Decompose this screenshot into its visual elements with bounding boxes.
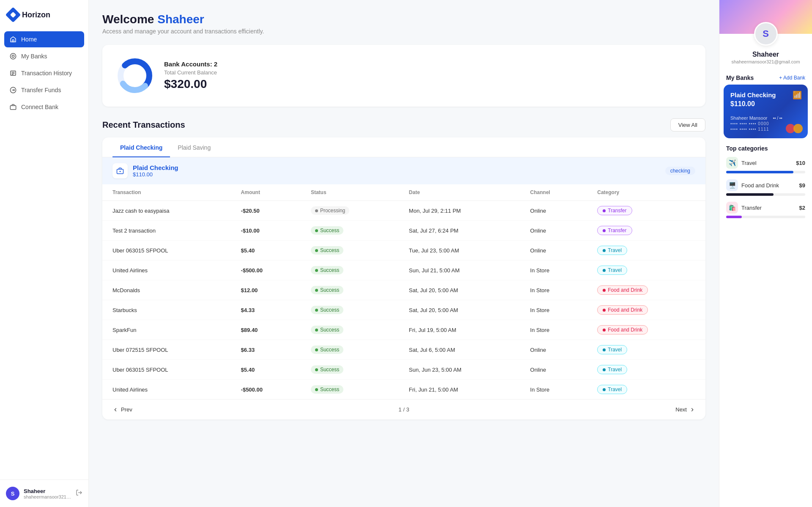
cat-food-bar-bg [726, 193, 805, 196]
cat-transfer-bar-bg [726, 216, 805, 218]
svg-point-1 [10, 53, 16, 59]
cat-food-header: 🖥️ Food and Drink $9 [726, 179, 805, 191]
sidebar: Horizon Home My Banks Transaction Histor… [0, 0, 89, 507]
col-date: Date [399, 184, 520, 201]
rp-user-name: Shaheer [726, 51, 805, 58]
tx-amount: $5.40 [231, 241, 301, 260]
tx-amount: -$20.50 [231, 201, 301, 221]
table-row: Uber 072515 SFPOOL $6.33 Success Sat, Ju… [102, 340, 705, 360]
table-row: United Airlines -$500.00 Success Fri, Ju… [102, 380, 705, 400]
sidebar-item-connect-bank[interactable]: Connect Bank [4, 99, 84, 115]
category-travel: ✈️ Travel $10 [726, 157, 805, 173]
tab-plaid-checking[interactable]: Plaid Checking [112, 137, 170, 157]
tab-row: Plaid Checking Plaid Saving [102, 137, 705, 157]
page-info: 1 / 3 [398, 406, 409, 413]
view-all-button[interactable]: View All [670, 118, 705, 132]
wifi-icon: 📶 [793, 90, 802, 100]
cat-food-name: Food and Drink [741, 182, 779, 189]
next-button[interactable]: Next [675, 406, 695, 413]
tx-status: Success [301, 320, 399, 340]
table-row: SparkFun $89.40 Success Fri, Jul 19, 5:0… [102, 320, 705, 340]
tx-name: Test 2 transaction [102, 221, 231, 241]
tx-amount: $5.40 [231, 360, 301, 380]
cat-food-amount: $9 [799, 182, 805, 189]
tx-category: Transfer [587, 201, 705, 221]
tx-name: United Airlines [102, 380, 231, 400]
balance-info: Bank Accounts: 2 Total Current Balance $… [164, 60, 217, 91]
tx-amount: $12.00 [231, 280, 301, 300]
tx-status: Success [301, 221, 399, 241]
card-dots: •• / •• [773, 116, 782, 121]
tx-channel: In Store [520, 320, 587, 340]
transfer-icon [9, 86, 17, 94]
account-name: Plaid Checking [133, 164, 178, 171]
svg-point-2 [12, 55, 14, 57]
account-balance: $110.00 [133, 171, 178, 178]
top-categories-title: Top categories [726, 145, 805, 152]
svg-rect-8 [10, 106, 16, 110]
tx-name: Uber 072515 SFPOOL [102, 340, 231, 360]
tx-status: Success [301, 360, 399, 380]
tx-name: McDonalds [102, 280, 231, 300]
svg-rect-0 [12, 40, 14, 42]
bank-card-name: Plaid Checking [730, 91, 801, 99]
tx-channel: Online [520, 241, 587, 260]
welcome-subtitle: Access and manage your account and trans… [102, 28, 705, 35]
app-name: Horizon [22, 11, 50, 19]
tx-channel: Online [520, 201, 587, 221]
tx-name: United Airlines [102, 260, 231, 280]
tx-date: Sat, Jul 20, 5:00 AM [399, 300, 520, 320]
welcome-name: Shaheer [157, 13, 204, 26]
cat-transfer-amount: $2 [799, 205, 805, 211]
tx-status: Success [301, 380, 399, 400]
prev-button[interactable]: Prev [112, 406, 132, 413]
my-banks-title: My Banks [726, 74, 754, 81]
tx-date: Sun, Jun 23, 5:00 AM [399, 360, 520, 380]
sidebar-item-my-banks[interactable]: My Banks [4, 48, 84, 64]
tx-status: Success [301, 280, 399, 300]
transactions-card: Plaid Checking Plaid Saving Plaid Checki… [102, 137, 705, 419]
sidebar-item-home[interactable]: Home [4, 31, 84, 47]
tx-category: Transfer [587, 221, 705, 241]
tx-status: Success [301, 300, 399, 320]
tx-amount: -$500.00 [231, 260, 301, 280]
cat-travel-amount: $10 [796, 160, 805, 166]
account-name-balance: Plaid Checking $110.00 [133, 164, 178, 178]
food-icon: 🖥️ [726, 179, 738, 191]
tx-category: Travel [587, 360, 705, 380]
tx-date: Mon, Jul 29, 2:11 PM [399, 201, 520, 221]
welcome-greeting: Welcome [102, 13, 157, 26]
sidebar-nav: Home My Banks Transaction History Transf… [0, 28, 88, 480]
logout-icon[interactable] [76, 489, 82, 498]
tx-name: Uber 063015 SFPOOL [102, 241, 231, 260]
user-info: Shaheer shaheermansoor321@gmail.com [24, 488, 71, 499]
table-row: Uber 063015 SFPOOL $5.40 Success Sun, Ju… [102, 360, 705, 380]
welcome-title: Welcome Shaheer [102, 13, 705, 26]
bank-card: 📶 Plaid Checking $110.00 Shaheer Mansoor… [724, 85, 808, 138]
main-content: Welcome Shaheer Access and manage your a… [89, 0, 719, 507]
logo: Horizon [0, 0, 88, 28]
sidebar-item-transaction-history[interactable]: Transaction History [4, 65, 84, 81]
tx-channel: In Store [520, 300, 587, 320]
tx-category: Travel [587, 340, 705, 360]
tx-date: Sat, Jul 6, 5:00 AM [399, 340, 520, 360]
sidebar-item-transfer-funds[interactable]: Transfer Funds [4, 82, 84, 98]
right-panel: S Shaheer shaheermansoor321@gmail.com My… [719, 0, 812, 507]
total-balance-label: Total Current Balance [164, 69, 217, 76]
table-header-row: Transaction Amount Status Date Channel C… [102, 184, 705, 201]
card-circle-yellow [793, 124, 803, 133]
tx-category: Food and Drink [587, 320, 705, 340]
sidebar-item-connect-label: Connect Bank [21, 104, 58, 110]
tab-plaid-saving[interactable]: Plaid Saving [170, 137, 218, 157]
user-email: shaheermansoor321@gmail.com [24, 494, 71, 499]
tx-date: Tue, Jul 23, 5:00 AM [399, 241, 520, 260]
connect-icon [9, 103, 17, 111]
cat-transfer-bar [726, 216, 742, 218]
rp-banks-header: My Banks + Add Bank [719, 71, 812, 85]
cat-travel-bar [726, 171, 793, 173]
cat-transfer-name: Transfer [741, 205, 762, 211]
add-bank-button[interactable]: + Add Bank [779, 75, 805, 81]
sidebar-item-my-banks-label: My Banks [21, 53, 47, 60]
table-row: United Airlines -$500.00 Success Sun, Ju… [102, 260, 705, 280]
table-row: Starbucks $4.33 Success Sat, Jul 20, 5:0… [102, 300, 705, 320]
